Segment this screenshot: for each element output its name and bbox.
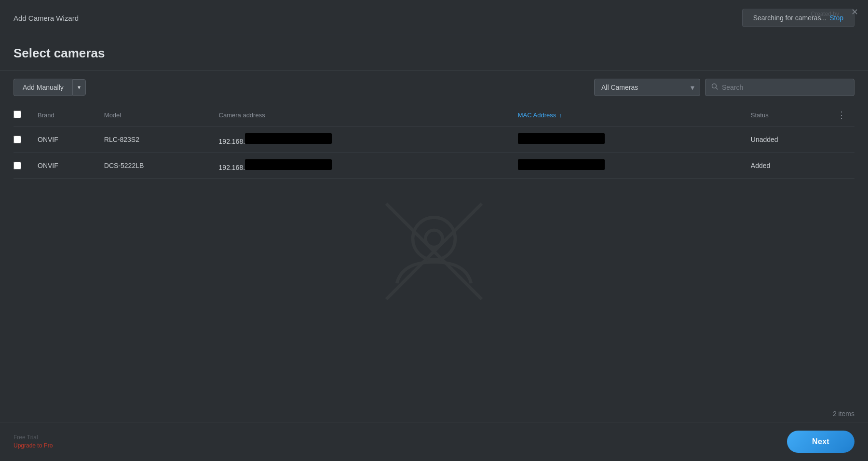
add-manually-button[interactable]: Add Manually (14, 79, 72, 96)
row-1-brand: ONVIF (38, 126, 104, 153)
app-title: Add Camera Wizard (14, 14, 79, 22)
search-icon (711, 83, 718, 92)
camera-address-column-header: Camera address (219, 104, 518, 126)
row-checkbox-cell[interactable] (14, 126, 38, 153)
row-2-mac-address (518, 153, 751, 179)
page-title: Select cameras (14, 46, 854, 61)
toolbar: Add Manually ▾ All Cameras (0, 71, 868, 104)
brand-column-header: Brand (38, 104, 104, 126)
row-2-mac-redacted (518, 159, 605, 170)
row-2-checkbox-cell[interactable] (14, 153, 38, 179)
select-all-checkbox[interactable] (14, 111, 21, 118)
svg-line-1 (716, 88, 718, 90)
toolbar-left: Add Manually ▾ (14, 79, 86, 96)
free-trial-link[interactable]: Upgrade to Pro (14, 442, 53, 449)
row-2-status: Added (751, 153, 834, 179)
toolbar-right: All Cameras (594, 79, 854, 96)
table-header: Brand Model Camera address MAC Address ↑… (14, 104, 854, 126)
table-row: ONVIF DCS-5222LB 192.168. Added (14, 153, 854, 179)
model-column-header: Model (104, 104, 219, 126)
row-2-address-redacted (245, 159, 332, 170)
sort-arrow-icon: ↑ (559, 112, 562, 118)
add-manually-dropdown-button[interactable]: ▾ (72, 79, 86, 96)
camera-filter-select[interactable]: All Cameras (594, 79, 700, 96)
table-row: ONVIF RLC-823S2 192.168. Unadded (14, 126, 854, 153)
footer: Free Trial Upgrade to Pro Next (0, 422, 868, 461)
row-2-checkbox[interactable] (14, 162, 21, 169)
more-options-header-button[interactable]: ⋮ (834, 109, 849, 121)
svg-line-4 (386, 203, 482, 299)
camera-table: Brand Model Camera address MAC Address ↑… (14, 104, 854, 179)
row-1-model: RLC-823S2 (104, 126, 219, 153)
row-1-status: Unadded (751, 126, 834, 153)
row-1-mac-address (518, 126, 751, 153)
status-column-header: Status (751, 104, 834, 126)
page-title-area: Select cameras (0, 34, 868, 71)
search-input[interactable] (722, 79, 848, 96)
mac-address-column-header[interactable]: MAC Address ↑ (518, 104, 751, 126)
table-container: Brand Model Camera address MAC Address ↑… (0, 104, 868, 179)
svg-point-2 (413, 217, 455, 260)
search-box (705, 79, 854, 96)
row-1-address-redacted (245, 133, 332, 144)
next-button[interactable]: Next (787, 431, 854, 453)
footer-left: Free Trial Upgrade to Pro (14, 434, 53, 449)
close-button[interactable]: ✕ (851, 8, 858, 16)
header-bar: Add Camera Wizard Searching for cameras.… (0, 0, 868, 34)
camera-table-body: ONVIF RLC-823S2 192.168. Unadded ONVIF D… (14, 126, 854, 179)
row-1-checkbox[interactable] (14, 136, 21, 143)
row-2-more (834, 153, 854, 179)
row-2-model: DCS-5222LB (104, 153, 219, 179)
row-1-camera-address: 192.168. (219, 126, 518, 153)
free-trial-label: Free Trial (14, 434, 53, 441)
svg-line-5 (386, 203, 482, 299)
select-all-header[interactable] (14, 104, 38, 126)
filter-select-wrapper: All Cameras (594, 79, 700, 96)
svg-point-3 (425, 230, 442, 247)
row-2-camera-address: 192.168. (219, 153, 518, 179)
row-2-brand: ONVIF (38, 153, 104, 179)
created-by-text: Created by (811, 11, 839, 17)
row-1-more (834, 126, 854, 153)
watermark (381, 198, 487, 306)
row-1-mac-redacted (518, 133, 605, 144)
more-options-column-header: ⋮ (834, 104, 854, 126)
items-count: 2 items (833, 410, 854, 418)
